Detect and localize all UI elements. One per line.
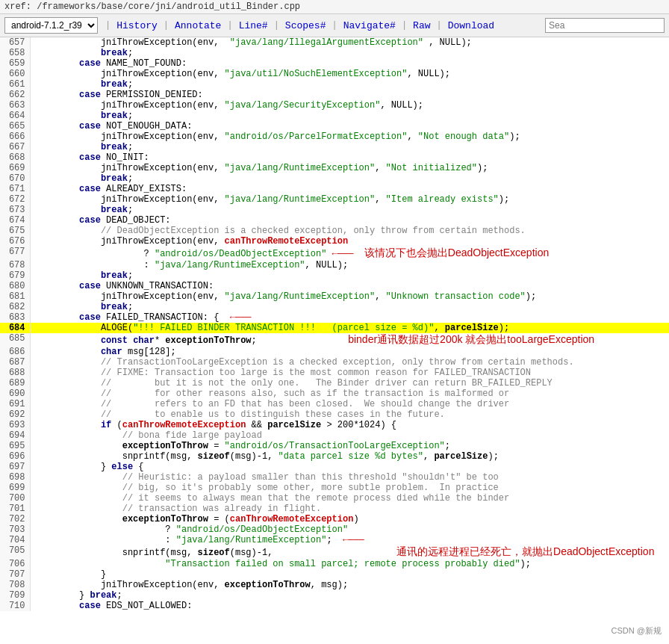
nav-navigate[interactable]: Navigate# [339,19,400,33]
line-number[interactable]: 674 [0,215,30,226]
line-number[interactable]: 664 [0,111,30,121]
line-number[interactable]: 693 [0,420,30,430]
nav-divider-4: | [274,20,279,31]
line-number[interactable]: 657 [0,37,30,48]
line-number[interactable]: 699 [0,483,30,493]
nav-annotate[interactable]: Annotate [170,19,225,33]
line-number[interactable]: 681 [0,291,30,302]
nav-divider-7: | [437,20,442,31]
line-number[interactable]: 703 [0,524,30,535]
table-row-highlighted: 684 ALOGE("!!! FAILED BINDER TRANSACTION… [0,323,669,333]
line-number[interactable]: 689 [0,378,30,388]
line-number[interactable]: 690 [0,388,30,399]
table-row: 706 "Transaction failed on small parcel;… [0,559,669,569]
line-number[interactable]: 706 [0,559,30,569]
line-number[interactable]: 667 [0,142,30,152]
table-row: 665 case NOT_ENOUGH_DATA: [0,121,669,131]
table-row: 671 case ALREADY_EXISTS: [0,184,669,194]
table-row: 675 // DeadObjectException is a checked … [0,226,669,236]
line-number[interactable]: 702 [0,514,30,524]
line-number[interactable]: 679 [0,270,30,281]
line-number[interactable]: 661 [0,79,30,90]
line-number[interactable]: 698 [0,472,30,483]
line-code: jniThrowException(env, "android/os/Parce… [30,131,669,142]
line-number[interactable]: 672 [0,194,30,205]
line-code: const char* exceptionToThrow; binder通讯数据… [30,333,669,347]
nav-history[interactable]: History [112,19,162,33]
line-number[interactable]: 701 [0,504,30,514]
line-number[interactable]: 691 [0,399,30,409]
line-code: // but it is not the only one. The Binde… [30,378,669,388]
breadcrumb-text: xref: /frameworks/base/core/jni/android_… [4,1,300,12]
line-number[interactable]: 677 [0,247,30,260]
line-number-highlighted[interactable]: 684 [0,323,30,333]
line-number[interactable]: 685 [0,333,30,347]
table-row: 693 if (canThrowRemoteException && parce… [0,420,669,430]
table-row: 697 } else { [0,462,669,472]
line-code: // refers to an FD that has been closed.… [30,399,669,409]
line-number[interactable]: 695 [0,441,30,451]
line-code: jniThrowException(env, canThrowRemoteExc… [30,236,669,247]
version-select[interactable]: android-7.1.2_r39 [4,17,98,34]
line-code: // for other reasons also, such as if th… [30,388,669,399]
nav-scopes[interactable]: Scopes# [281,19,331,33]
breadcrumb: xref: /frameworks/base/core/jni/android_… [0,0,669,14]
line-code: : "java/lang/RuntimeException", NULL); [30,260,669,270]
line-number[interactable]: 710 [0,601,30,611]
line-number[interactable]: 688 [0,368,30,378]
table-row: 699 // big, so it's probably some other,… [0,483,669,493]
nav-raw[interactable]: Raw [408,19,435,33]
line-number[interactable]: 662 [0,90,30,100]
line-number[interactable]: 665 [0,121,30,131]
table-row: 678 : "java/lang/RuntimeException", NULL… [0,260,669,270]
line-code: break; [30,302,669,312]
line-number[interactable]: 659 [0,58,30,69]
line-number[interactable]: 678 [0,260,30,270]
line-number[interactable]: 683 [0,312,30,323]
line-number[interactable]: 671 [0,184,30,194]
line-number[interactable]: 673 [0,205,30,215]
line-number[interactable]: 660 [0,69,30,79]
nav-download[interactable]: Download [444,19,499,33]
line-number[interactable]: 705 [0,545,30,559]
line-code: break; [30,48,669,58]
line-code: jniThrowException(env, "java/lang/Runtim… [30,291,669,302]
line-number[interactable]: 668 [0,152,30,163]
line-number[interactable]: 692 [0,409,30,420]
line-number[interactable]: 686 [0,347,30,357]
line-number[interactable]: 697 [0,462,30,472]
table-row: 676 jniThrowException(env, canThrowRemot… [0,236,669,247]
line-number[interactable]: 707 [0,569,30,580]
line-number[interactable]: 666 [0,131,30,142]
table-row: 705 snprintf(msg, sizeof(msg)-1, 通讯的远程进程… [0,545,669,559]
line-code: snprintf(msg, sizeof(msg)-1, 通讯的远程进程已经死亡… [30,545,669,559]
table-row: 683 case FAILED_TRANSACTION: { ←——— [0,312,669,323]
table-row: 704 : "java/lang/RuntimeException"; ←——— [0,535,669,545]
line-number[interactable]: 680 [0,281,30,291]
line-number[interactable]: 696 [0,451,30,462]
line-code: break; [30,111,669,121]
line-number[interactable]: 658 [0,48,30,58]
line-number[interactable]: 682 [0,302,30,312]
line-number[interactable]: 708 [0,580,30,590]
line-number[interactable]: 675 [0,226,30,236]
table-row: 666 jniThrowException(env, "android/os/P… [0,131,669,142]
table-row: 696 snprintf(msg, sizeof(msg)-1, "data p… [0,451,669,462]
line-number[interactable]: 709 [0,590,30,601]
table-row: 698 // Heuristic: a payload smaller than… [0,472,669,483]
line-number[interactable]: 669 [0,163,30,173]
table-row: 700 // it seems to always mean that the … [0,493,669,504]
line-number[interactable]: 694 [0,430,30,441]
line-number[interactable]: 676 [0,236,30,247]
line-code: jniThrowException(env, "java/lang/Illega… [30,37,669,48]
table-row: 674 case DEAD_OBJECT: [0,215,669,226]
line-number[interactable]: 704 [0,535,30,545]
line-number[interactable]: 700 [0,493,30,504]
nav-line[interactable]: Line# [234,19,273,33]
line-number[interactable]: 670 [0,173,30,184]
nav-divider-5: | [332,20,337,31]
line-number[interactable]: 687 [0,357,30,368]
line-code: case EDS_NOT_ALLOWED: [30,601,669,611]
line-number[interactable]: 663 [0,100,30,111]
search-input[interactable] [545,18,665,33]
